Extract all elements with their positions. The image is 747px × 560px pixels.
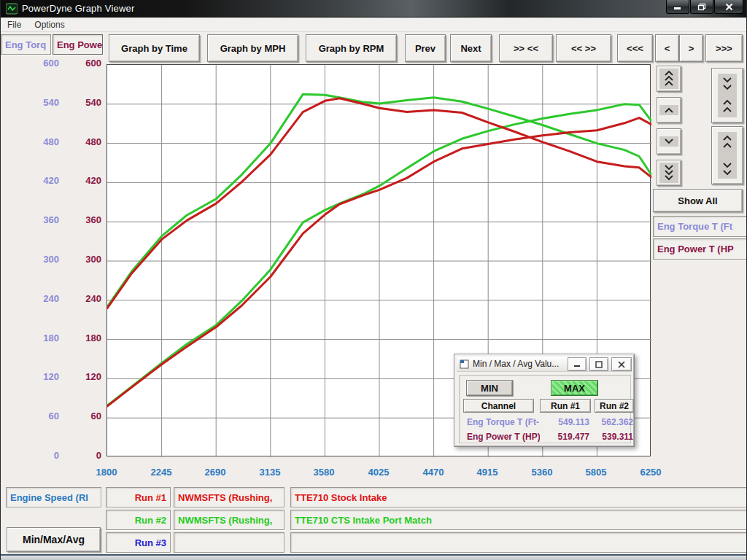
torque-tick-180: 180 bbox=[15, 332, 59, 343]
rpm-tick-6250: 6250 bbox=[627, 467, 674, 478]
scroll-left-button[interactable]: < bbox=[655, 34, 679, 62]
graph-by-mph-button[interactable]: Graph by MPH bbox=[207, 34, 298, 62]
torque-tick-120: 120 bbox=[15, 371, 59, 382]
scroll-right-button[interactable]: > bbox=[679, 34, 703, 62]
minmax-close-icon[interactable] bbox=[611, 357, 632, 371]
minmax-minimize-icon[interactable] bbox=[568, 357, 587, 371]
zoom-in-x-button[interactable]: >> << bbox=[499, 34, 553, 62]
run2-operator-box[interactable]: NWMSFTS (Rushing, bbox=[174, 510, 285, 530]
graph-by-rpm-button[interactable]: Graph by RPM bbox=[306, 34, 397, 62]
power-tick-420: 420 bbox=[62, 175, 101, 186]
torque-tick-600: 600 bbox=[15, 58, 59, 69]
triple-down-chevron-icon bbox=[659, 163, 678, 183]
power-tick-0: 0 bbox=[62, 450, 101, 461]
min-tab-button[interactable]: MIN bbox=[466, 380, 513, 396]
power-run2-max-value: 539.311 bbox=[595, 432, 633, 442]
y-scroll-up-button[interactable] bbox=[657, 97, 681, 123]
torque-tick-240: 240 bbox=[15, 293, 59, 304]
powerdyne-window: PowerDyne Graph Viewer File Options Eng … bbox=[0, 0, 747, 560]
window-title: PowerDyne Graph Viewer bbox=[22, 3, 134, 14]
caption-buttons bbox=[665, 0, 743, 14]
rpm-tick-4915: 4915 bbox=[464, 467, 511, 478]
expand-chevrons-icon bbox=[718, 132, 737, 179]
torque-run1-max-value: 549.113 bbox=[540, 417, 589, 427]
app-icon bbox=[6, 3, 18, 15]
power-tick-180: 180 bbox=[62, 332, 101, 343]
power-tick-540: 540 bbox=[62, 97, 101, 108]
rpm-tick-5805: 5805 bbox=[573, 467, 619, 478]
run3-operator-box[interactable] bbox=[174, 532, 285, 553]
run2-column-header[interactable]: Run #2 bbox=[595, 399, 634, 413]
channel-column-header[interactable]: Channel bbox=[463, 399, 534, 413]
power-axis-channel-button[interactable]: Eng Powe bbox=[53, 34, 103, 55]
menu-bar: File Options bbox=[1, 18, 747, 32]
power-run1-max-value: 519.477 bbox=[540, 432, 589, 442]
minmax-title-bar[interactable]: Min / Max / Avg Valu... bbox=[457, 357, 632, 372]
y-scroll-down-fast-button[interactable] bbox=[657, 160, 681, 186]
up-chevron-icon bbox=[659, 105, 678, 115]
run1-comment-box[interactable]: TTE710 Stock Intake bbox=[290, 487, 747, 508]
collapse-chevrons-icon bbox=[718, 74, 737, 117]
show-all-button[interactable]: Show All bbox=[653, 189, 743, 212]
graph-by-time-button[interactable]: Graph by Time bbox=[109, 34, 200, 62]
torque-tick-360: 360 bbox=[15, 214, 59, 225]
power-tick-60: 60 bbox=[62, 411, 101, 421]
torque-axis-channel-button[interactable]: Eng Torq bbox=[1, 34, 51, 55]
torque-tick-480: 480 bbox=[15, 136, 59, 147]
scroll-far-left-button[interactable]: <<< bbox=[617, 34, 653, 62]
x-channel-box[interactable]: Engine Speed (RI bbox=[6, 487, 101, 508]
run2-label-box[interactable]: Run #2 bbox=[106, 510, 171, 530]
torque-channel-box[interactable]: Eng Torque T (Ft bbox=[653, 216, 747, 237]
y-zoom-out-button[interactable] bbox=[711, 126, 743, 184]
run3-comment-box[interactable] bbox=[290, 532, 747, 553]
minmax-maximize-icon[interactable] bbox=[589, 357, 608, 371]
title-bar: PowerDyne Graph Viewer bbox=[1, 0, 747, 18]
minimize-icon[interactable] bbox=[666, 0, 689, 14]
torque-run2-max-value: 562.362 bbox=[595, 417, 633, 427]
minmax-window: Min / Max / Avg Valu... MIN MAX Channel … bbox=[454, 354, 635, 447]
power-tick-480: 480 bbox=[62, 136, 101, 147]
power-tick-240: 240 bbox=[62, 293, 101, 304]
window-bottom-edge bbox=[1, 554, 747, 560]
run1-column-header[interactable]: Run #1 bbox=[540, 399, 591, 413]
minmax-window-title: Min / Max / Avg Valu... bbox=[473, 359, 559, 369]
rpm-tick-2245: 2245 bbox=[138, 467, 185, 478]
menu-options[interactable]: Options bbox=[28, 18, 71, 31]
y-scroll-up-fast-button[interactable] bbox=[657, 66, 681, 92]
down-chevron-icon bbox=[659, 136, 678, 147]
max-tab-button[interactable]: MAX bbox=[551, 380, 598, 396]
next-button[interactable]: Next bbox=[450, 34, 492, 62]
run1-label-box[interactable]: Run #1 bbox=[106, 487, 171, 508]
torque-tick-420: 420 bbox=[15, 175, 59, 186]
run3-label-box[interactable]: Run #3 bbox=[106, 532, 171, 553]
rpm-tick-5360: 5360 bbox=[519, 467, 565, 478]
power-row-label: Eng Power T (HP) bbox=[467, 432, 540, 442]
run1-operator-box[interactable]: NWMSFTS (Rushing, bbox=[174, 487, 285, 508]
power-tick-360: 360 bbox=[62, 214, 101, 225]
torque-tick-300: 300 bbox=[15, 254, 59, 265]
torque-tick-0: 0 bbox=[15, 450, 59, 461]
power-tick-120: 120 bbox=[62, 371, 101, 382]
rpm-tick-1800: 1800 bbox=[83, 467, 130, 478]
y-zoom-in-button[interactable] bbox=[711, 68, 743, 123]
torque-tick-60: 60 bbox=[15, 411, 59, 421]
power-tick-600: 600 bbox=[62, 58, 101, 69]
rpm-tick-3580: 3580 bbox=[301, 467, 347, 478]
power-channel-box[interactable]: Eng Power T (HP bbox=[653, 238, 747, 260]
restore-icon[interactable] bbox=[690, 0, 713, 14]
menu-file[interactable]: File bbox=[1, 18, 28, 31]
rpm-tick-4470: 4470 bbox=[410, 467, 457, 478]
prev-button[interactable]: Prev bbox=[405, 34, 446, 62]
triple-up-chevron-icon bbox=[659, 69, 678, 89]
power-tick-300: 300 bbox=[62, 254, 101, 265]
rpm-tick-4025: 4025 bbox=[355, 467, 402, 478]
minmax-window-icon bbox=[460, 359, 469, 369]
scroll-far-right-button[interactable]: >>> bbox=[705, 34, 743, 62]
zoom-out-x-button[interactable]: << >> bbox=[556, 34, 611, 62]
close-icon[interactable] bbox=[714, 0, 743, 14]
rpm-tick-3135: 3135 bbox=[247, 467, 293, 478]
run2-comment-box[interactable]: TTE710 CTS Intake Port Match bbox=[290, 510, 747, 530]
y-scroll-down-button[interactable] bbox=[657, 128, 681, 155]
rpm-tick-2690: 2690 bbox=[192, 467, 239, 478]
minmaxavg-button[interactable]: Min/Max/Avg bbox=[7, 527, 101, 552]
